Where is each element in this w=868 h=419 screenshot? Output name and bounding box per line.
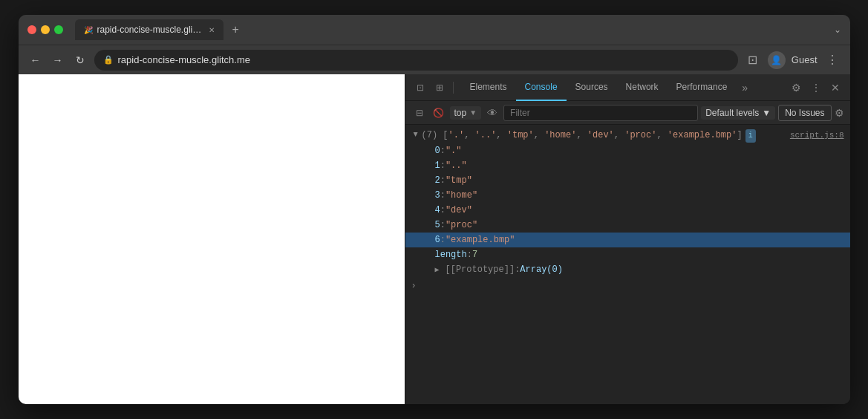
array-item-6: 6: "example.bmp" <box>405 233 850 247</box>
user-avatar[interactable]: 👤 <box>768 51 786 69</box>
array-item-5: 5: "proc" <box>405 218 850 233</box>
prototype-label: [[Prototype]] <box>446 263 515 276</box>
window-expand-button[interactable]: ⌄ <box>834 25 841 35</box>
array-summary: (7) ['.', '..', 'tmp', 'home', 'dev', 'p… <box>422 129 743 142</box>
tab-close-button[interactable]: ✕ <box>209 26 215 34</box>
filter-input[interactable] <box>503 105 698 121</box>
tab-title: rapid-concise-muscle.glitch.m... <box>97 25 204 35</box>
devtools-tabs: Elements Console Sources Network Perform… <box>458 74 786 101</box>
tab-elements[interactable]: Elements <box>461 74 516 101</box>
context-selector[interactable]: top ▼ <box>450 106 482 120</box>
array-length-row: length: 7 <box>405 247 850 262</box>
reload-button[interactable]: ↻ <box>72 52 88 68</box>
prototype-value: Array(0) <box>520 263 563 276</box>
close-traffic-light[interactable] <box>27 25 36 34</box>
console-prompt-row: › <box>405 278 850 294</box>
tab-search-button[interactable]: ⊡ <box>744 51 762 69</box>
array-badge: i <box>745 129 756 143</box>
guest-label: Guest <box>792 54 818 65</box>
devtools-close-button[interactable]: ✕ <box>826 79 844 97</box>
back-button[interactable]: ← <box>27 52 44 68</box>
array-item-3: 3: "home" <box>405 188 850 203</box>
console-toolbar: ⊟ 🚫 top ▼ 👁 Default levels ▼ No Issues ⚙ <box>405 101 850 125</box>
prompt-arrow-icon: › <box>411 281 417 291</box>
nav-bar: ← → ↻ 🔒 rapid-concise-muscle.glitch.me ⊡… <box>19 45 850 74</box>
tab-performance[interactable]: Performance <box>668 74 737 101</box>
tab-network[interactable]: Network <box>617 74 668 101</box>
log-levels-selector[interactable]: Default levels ▼ <box>701 106 775 120</box>
array-item-1: 1: ".." <box>405 158 850 173</box>
live-expressions-button[interactable]: 👁 <box>484 107 500 119</box>
device-toolbar-button[interactable]: ⊞ <box>431 79 448 97</box>
more-options-button[interactable]: ⋮ <box>823 51 841 69</box>
devtools-settings-button[interactable]: ⚙ <box>788 79 806 97</box>
clear-console-button[interactable]: 🚫 <box>431 105 447 121</box>
address-text: rapid-concise-muscle.glitch.me <box>118 54 729 65</box>
no-issues-button[interactable]: No Issues <box>778 105 831 121</box>
array-item-4: 4: "dev" <box>405 203 850 218</box>
browser-window: 🎉 rapid-concise-muscle.glitch.m... ✕ + ⌄… <box>19 15 850 404</box>
tab-favicon: 🎉 <box>84 26 93 34</box>
tab-console[interactable]: Console <box>516 74 567 101</box>
nav-right-buttons: ⊡ 👤 Guest ⋮ <box>744 51 841 69</box>
toolbar-separator <box>453 82 454 94</box>
devtools-toolbar: ⊡ ⊞ Elements Console Sources Network <box>405 74 850 101</box>
inspect-element-button[interactable]: ⊡ <box>411 79 429 97</box>
no-issues-label: No Issues <box>785 108 824 118</box>
devtools-more-button[interactable]: ⋮ <box>807 79 825 97</box>
devtools-panel: ⊡ ⊞ Elements Console Sources Network <box>405 74 850 404</box>
browser-tab[interactable]: 🎉 rapid-concise-muscle.glitch.m... ✕ <box>75 19 223 40</box>
forward-button[interactable]: → <box>50 52 66 68</box>
array-expand-arrow[interactable]: ▶ <box>408 132 422 140</box>
context-chevron-icon: ▼ <box>469 108 477 117</box>
array-item-2: 2: "tmp" <box>405 173 850 188</box>
length-value: 7 <box>472 248 477 262</box>
array-header-row: ▶ (7) ['.', '..', 'tmp', 'home', 'dev', … <box>405 128 850 143</box>
console-settings-button[interactable]: ⚙ <box>835 107 844 119</box>
traffic-lights <box>27 25 63 34</box>
length-key: length <box>435 248 467 262</box>
context-label: top <box>454 108 467 118</box>
page-area <box>19 74 405 404</box>
tab-sources[interactable]: Sources <box>567 74 617 101</box>
console-output: ▶ (7) ['.', '..', 'tmp', 'home', 'dev', … <box>405 125 850 404</box>
minimize-traffic-light[interactable] <box>41 25 50 34</box>
address-bar[interactable]: 🔒 rapid-concise-muscle.glitch.me <box>94 50 738 71</box>
levels-chevron-icon: ▼ <box>762 108 771 118</box>
source-link[interactable]: script.js:8 <box>790 129 844 142</box>
levels-label: Default levels <box>705 108 759 118</box>
array-item-0: 0: "." <box>405 143 850 158</box>
more-tabs-button[interactable]: » <box>736 82 754 94</box>
maximize-traffic-light[interactable] <box>54 25 63 34</box>
content-area: ⊡ ⊞ Elements Console Sources Network <box>19 74 850 404</box>
prototype-row: ▶ [[Prototype]]: Array(0) <box>405 262 850 278</box>
console-drawer-button[interactable]: ⊟ <box>411 105 428 121</box>
title-bar: 🎉 rapid-concise-muscle.glitch.m... ✕ + ⌄ <box>19 15 850 45</box>
new-tab-button[interactable]: + <box>226 23 245 36</box>
tab-bar: 🎉 rapid-concise-muscle.glitch.m... ✕ + <box>75 19 828 40</box>
prototype-expand-arrow[interactable]: ▶ <box>435 264 443 277</box>
lock-icon: 🔒 <box>103 55 114 65</box>
